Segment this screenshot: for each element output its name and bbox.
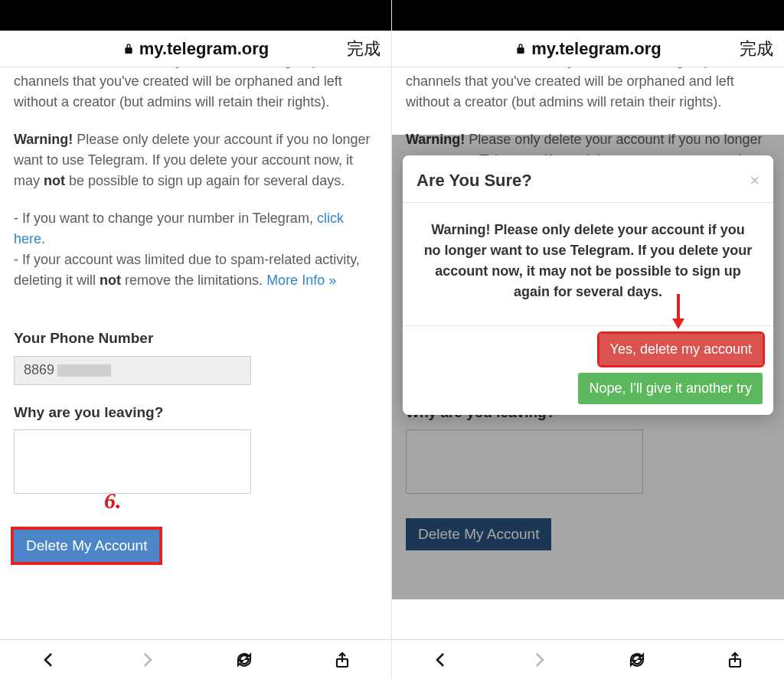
confirm-modal: Are You Sure? × Warning! Please only del… bbox=[403, 155, 773, 415]
browser-toolbar bbox=[392, 639, 784, 679]
page-content-right: contacts will be deleted beyond retrieva… bbox=[392, 67, 784, 639]
screenshot-right: my.telegram.org 完成 contacts will be dele… bbox=[392, 0, 784, 679]
back-icon[interactable] bbox=[39, 650, 59, 670]
more-info-link[interactable]: More Info » bbox=[266, 273, 336, 288]
step-badge-6: 6. bbox=[104, 483, 391, 517]
phone-field[interactable]: 8869 bbox=[14, 356, 251, 385]
delete-account-button[interactable]: Delete My Account bbox=[14, 530, 159, 562]
done-button[interactable]: 完成 bbox=[347, 38, 381, 60]
modal-body-text: Warning! Please only delete your account… bbox=[403, 203, 773, 325]
forward-icon bbox=[529, 650, 549, 670]
cutoff-paragraph: contacts will be deleted beyond retrieva… bbox=[406, 67, 770, 113]
forward-icon bbox=[137, 650, 157, 670]
reason-label: Why are you leaving? bbox=[14, 402, 377, 424]
device-notch bbox=[0, 0, 391, 31]
page-content-left: contacts will be deleted beyond retrieva… bbox=[0, 67, 391, 639]
warning-paragraph: Warning! Please only delete your account… bbox=[14, 129, 377, 191]
phone-label: Your Phone Number bbox=[14, 328, 377, 350]
browser-url-bar: my.telegram.org 完成 bbox=[0, 31, 391, 67]
address-display: my.telegram.org bbox=[514, 39, 662, 59]
cancel-delete-button[interactable]: Nope, I'll give it another try bbox=[578, 373, 763, 404]
lock-icon bbox=[122, 43, 135, 55]
done-button[interactable]: 完成 bbox=[740, 38, 773, 60]
cutoff-paragraph: contacts will be deleted beyond retrieva… bbox=[14, 67, 377, 113]
browser-toolbar bbox=[0, 639, 391, 679]
share-icon[interactable] bbox=[725, 650, 745, 670]
bullet-1: - If you want to change your number in T… bbox=[14, 208, 377, 250]
bullet-2: - If your account was limited due to spa… bbox=[14, 250, 377, 291]
domain-text: my.telegram.org bbox=[531, 39, 662, 59]
confirm-delete-button[interactable]: Yes, delete my account bbox=[599, 334, 763, 365]
refresh-icon[interactable] bbox=[234, 650, 254, 670]
lock-icon bbox=[514, 43, 527, 55]
screenshot-left: my.telegram.org 完成 contacts will be dele… bbox=[0, 0, 392, 679]
close-icon[interactable]: × bbox=[750, 168, 760, 193]
back-icon[interactable] bbox=[431, 650, 451, 670]
device-notch bbox=[392, 0, 784, 31]
browser-url-bar: my.telegram.org 完成 bbox=[392, 31, 784, 67]
domain-text: my.telegram.org bbox=[139, 39, 270, 59]
modal-title: Are You Sure? bbox=[416, 168, 532, 193]
delete-form: Your Phone Number 8869 Why are you leavi… bbox=[14, 328, 377, 562]
share-icon[interactable] bbox=[332, 650, 352, 670]
refresh-icon[interactable] bbox=[627, 650, 647, 670]
address-display: my.telegram.org bbox=[122, 39, 270, 59]
phone-redacted bbox=[57, 364, 111, 377]
phone-prefix: 8869 bbox=[24, 360, 54, 380]
